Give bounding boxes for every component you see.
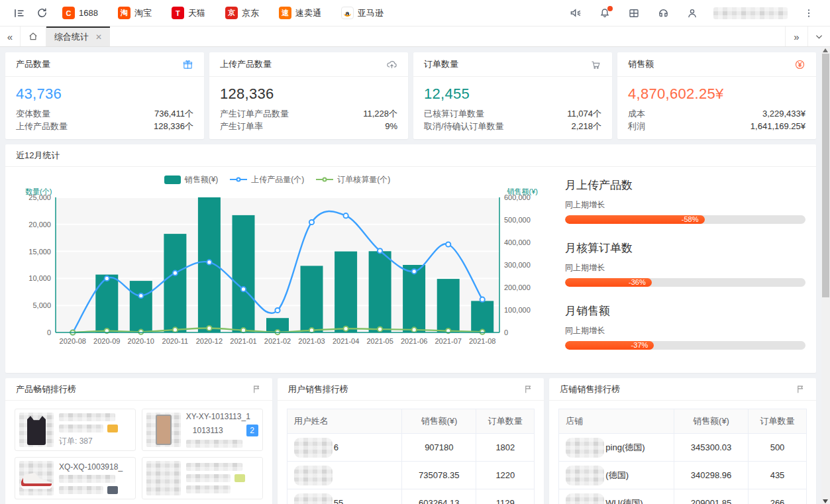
stat-row-label: 取消/待确认订单数量 <box>424 120 504 132</box>
platform-label: 亚马逊 <box>358 7 384 19</box>
product-card-3[interactable]: XQ-XQ-1003918_ <box>15 457 136 499</box>
panel-title: 近12月统计 <box>16 150 60 162</box>
svg-text:500,000: 500,000 <box>504 216 531 224</box>
variant-count-badge: 2 <box>246 425 258 436</box>
vertical-scrollbar[interactable] <box>821 48 830 504</box>
flag-icon <box>252 384 262 394</box>
stat-row-value: 2,218个 <box>571 120 601 132</box>
page-tabbar: « 综合统计 ✕ » <box>0 26 830 47</box>
product-card-2[interactable]: XY-XY-1013113_1 10131132 <box>142 409 263 451</box>
svg-text:2020-09: 2020-09 <box>93 337 120 345</box>
stat-card-title: 订单数量 <box>424 58 458 70</box>
product-card-body <box>186 461 258 495</box>
svg-text:5,000: 5,000 <box>32 301 51 309</box>
product-card-4[interactable] <box>142 457 263 499</box>
scrollbar-up-arrow[interactable] <box>823 48 828 52</box>
shop-name-visible-suffix: (德国) <box>605 470 629 481</box>
stat-card-rows: 变体数量736,411个上传产品数量128,336个 <box>5 107 204 139</box>
chart-legend: 销售额(¥)上传产品量(个)订单核算量(个) <box>7 171 548 188</box>
close-tab-icon[interactable]: ✕ <box>95 32 102 42</box>
yen-circle-icon <box>794 59 805 70</box>
tab-list-chevron-down-icon[interactable] <box>807 26 830 46</box>
platform-tab-4[interactable]: 京京东 <box>225 7 259 19</box>
scroll-tabs-right-icon[interactable]: » <box>785 26 807 46</box>
apps-grid-icon[interactable] <box>622 4 646 23</box>
product-card-body: 订单: 387 <box>59 413 131 447</box>
user-account-masked[interactable] <box>713 7 788 19</box>
platform-label: 1688 <box>79 8 98 18</box>
stat-card-rows: 产生订单产品数量11,228个产生订单率9% <box>209 107 408 139</box>
stat-row-value: 9% <box>385 120 397 132</box>
stat-row-value: 11,074个 <box>567 107 601 120</box>
stat-row-value: 128,336个 <box>154 120 193 132</box>
stat-card-row: 成本3,229,433¥ <box>617 107 816 120</box>
platform-label: 速卖通 <box>295 7 321 19</box>
svg-text:数量(个): 数量(个) <box>25 188 52 195</box>
platform-tab-2[interactable]: 淘淘宝 <box>118 7 152 19</box>
growth-progress-fill: -36% <box>565 278 652 287</box>
legend-item[interactable]: 订单核算量(个) <box>316 174 390 185</box>
product-code: XY-XY-1013113_1 <box>186 412 258 421</box>
shop-ranking-panel: 店铺销售排行榜 店铺销售额(¥)订单数量ping(德国)345300.03500… <box>549 378 816 504</box>
stat-card-row: 已核算订单数量11,074个 <box>413 107 612 120</box>
color-chip <box>107 425 118 432</box>
orders-cell: 1802 <box>476 434 534 461</box>
kebab-menu-icon[interactable] <box>797 4 821 23</box>
legend-item[interactable]: 上传产品量(个) <box>230 174 304 185</box>
masked-text-row <box>59 475 131 483</box>
svg-text:10,000: 10,000 <box>28 274 51 282</box>
speaker-icon[interactable] <box>564 4 588 23</box>
svg-text:销售额(¥): 销售额(¥) <box>507 188 538 195</box>
masked-text <box>59 413 115 421</box>
masked-text <box>59 425 103 432</box>
legend-line-marker <box>316 179 333 180</box>
platform-tab-3[interactable]: T天猫 <box>172 7 205 19</box>
platform-tab-1[interactable]: C1688 <box>62 7 98 19</box>
legend-item[interactable]: 销售额(¥) <box>164 174 219 185</box>
scrollbar-thumb[interactable] <box>822 54 829 297</box>
masked-name <box>566 438 604 458</box>
table-header-row: 用户姓名销售额(¥)订单数量 <box>287 409 535 434</box>
stat-row-label: 利润 <box>628 120 645 132</box>
stat-row-value: 3,229,433¥ <box>762 107 805 120</box>
stat-row-label: 产生订单率 <box>220 120 263 132</box>
growth-metrics: 月上传产品数同上期增长-58%月核算订单数同上期增长-36%月销售额同上期增长-… <box>548 171 809 366</box>
scrollbar-down-arrow[interactable] <box>823 499 828 503</box>
svg-text:2021-04: 2021-04 <box>333 337 359 345</box>
growth-title-3: 月销售额 <box>565 303 805 319</box>
platform-label: 淘宝 <box>134 7 152 19</box>
masked-text-row <box>186 474 258 482</box>
platform-logo-icon: 京 <box>225 7 238 19</box>
scroll-tabs-left-icon[interactable]: « <box>0 26 20 46</box>
platform-tab-6[interactable]: a亚马逊 <box>341 7 384 19</box>
home-icon[interactable] <box>20 26 46 46</box>
table-row: WU(德国)209001.85266 <box>559 489 806 504</box>
collapse-menu-icon[interactable] <box>8 4 30 23</box>
product-card-1[interactable]: 订单: 387 <box>15 409 136 451</box>
support-icon[interactable] <box>651 4 675 23</box>
stat-card-row: 变体数量736,411个 <box>5 107 204 120</box>
tab-comprehensive-statistics[interactable]: 综合统计 ✕ <box>46 26 110 46</box>
growth-progress-track: -37% <box>565 341 805 350</box>
stat-card-title: 销售额 <box>628 58 654 70</box>
refresh-icon[interactable] <box>30 4 53 23</box>
svg-text:2021-08: 2021-08 <box>469 337 495 345</box>
masked-text <box>186 440 242 448</box>
masked-name <box>294 466 333 485</box>
user-name-cell <box>287 463 402 488</box>
legend-bar-marker <box>164 176 181 184</box>
bell-icon[interactable] <box>593 4 617 23</box>
user-icon[interactable] <box>680 4 704 23</box>
platform-tab-5[interactable]: 速速卖通 <box>279 7 321 19</box>
platform-label: 天猫 <box>188 7 205 19</box>
stat-row-label: 成本 <box>628 107 645 120</box>
dashboard-content: 产品数量43,736变体数量736,411个上传产品数量128,336个上传产品… <box>0 47 830 504</box>
svg-text:15,000: 15,000 <box>28 248 51 256</box>
table-row: ping(德国)345300.03500 <box>559 434 806 462</box>
stat-card-header: 产品数量 <box>5 52 204 77</box>
bestsellers-panel: 产品畅销排行榜 订单: 387XY-XY-1013113_1 10131132X… <box>5 378 272 504</box>
stat-row-value: 1,641,169.25¥ <box>751 120 805 132</box>
platform-logo-icon: a <box>341 7 354 19</box>
panel-title: 用户销售排行榜 <box>288 383 348 395</box>
growth-title-2: 月核算订单数 <box>565 240 805 256</box>
